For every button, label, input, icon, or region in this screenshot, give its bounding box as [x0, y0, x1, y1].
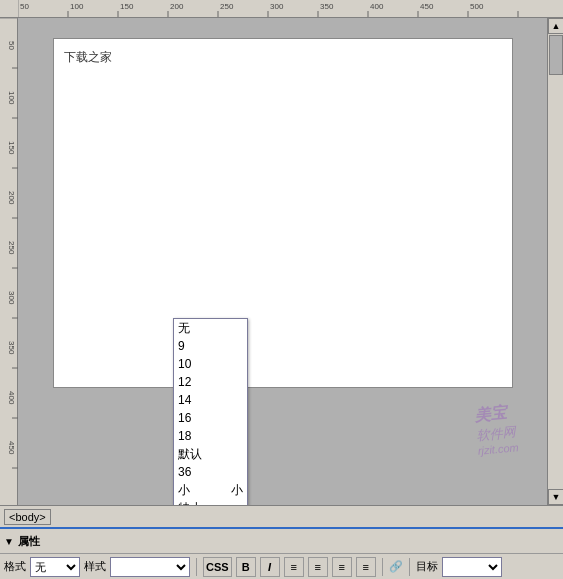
- properties-label: 属性: [18, 534, 40, 549]
- dropdown-item-none[interactable]: 无: [174, 319, 247, 337]
- style-label: 样式: [84, 559, 106, 574]
- scroll-down-btn[interactable]: ▼: [548, 489, 563, 505]
- dropdown-item-18[interactable]: 18: [174, 427, 247, 445]
- sep3: [409, 558, 410, 576]
- sep1: [196, 558, 197, 576]
- dropdown-item-vsmall[interactable]: 特小: [174, 499, 247, 505]
- right-scrollbar[interactable]: ▲ ▼: [547, 18, 563, 505]
- properties-bar: ▼ 属性: [0, 527, 563, 553]
- dropdown-item-9[interactable]: 9: [174, 337, 247, 355]
- svg-text:150: 150: [120, 2, 134, 11]
- dropdown-item-small1[interactable]: 小小: [174, 481, 247, 499]
- svg-text:50: 50: [20, 2, 29, 11]
- toolbar-row1: 格式 无 样式 CSS B I ≡ ≡ ≡ ≡ 🔗 目标: [0, 553, 563, 579]
- page-area: 下载之家: [53, 38, 513, 388]
- dropdown-item-16[interactable]: 16: [174, 409, 247, 427]
- svg-text:300: 300: [7, 291, 16, 305]
- css-button[interactable]: CSS: [203, 557, 232, 577]
- svg-text:100: 100: [7, 91, 16, 105]
- svg-text:100: 100: [70, 2, 84, 11]
- svg-text:450: 450: [7, 441, 16, 455]
- link-icon: 🔗: [389, 560, 403, 573]
- svg-text:250: 250: [7, 241, 16, 255]
- page-text: 下载之家: [64, 50, 112, 64]
- format-select[interactable]: 无: [30, 557, 80, 577]
- svg-text:300: 300: [270, 2, 284, 11]
- align-left-button[interactable]: ≡: [284, 557, 304, 577]
- dropdown-item-14[interactable]: 14: [174, 391, 247, 409]
- svg-text:250: 250: [220, 2, 234, 11]
- dropdown-item-default[interactable]: 默认: [174, 445, 247, 463]
- svg-text:150: 150: [7, 141, 16, 155]
- svg-text:400: 400: [7, 391, 16, 405]
- svg-text:450: 450: [420, 2, 434, 11]
- italic-button[interactable]: I: [260, 557, 280, 577]
- editor-canvas[interactable]: 下载之家 无 9 10 12 14 16 18 默认 36 小小 特小 小 中大…: [18, 18, 547, 505]
- style-select[interactable]: [110, 557, 190, 577]
- scroll-up-btn[interactable]: ▲: [548, 18, 563, 34]
- svg-text:200: 200: [170, 2, 184, 11]
- align-center-button[interactable]: ≡: [308, 557, 328, 577]
- align-justify-button[interactable]: ≡: [356, 557, 376, 577]
- dropdown-item-12[interactable]: 12: [174, 373, 247, 391]
- target-select[interactable]: [442, 557, 502, 577]
- watermark: 美宝 软件网 rjzit.com: [474, 402, 519, 456]
- status-tag: <body>: [4, 509, 51, 525]
- dropdown-item-36[interactable]: 36: [174, 463, 247, 481]
- left-ruler: 50 100 150 200 250 300 350 400 450: [0, 18, 18, 505]
- svg-text:200: 200: [7, 191, 16, 205]
- svg-text:400: 400: [370, 2, 384, 11]
- target-label: 目标: [416, 559, 438, 574]
- sep2: [382, 558, 383, 576]
- top-ruler: 50 100 150 200 250 300 350 400 450 500: [0, 0, 563, 18]
- bold-button[interactable]: B: [236, 557, 256, 577]
- svg-text:500: 500: [470, 2, 484, 11]
- scroll-track[interactable]: [548, 34, 563, 489]
- scroll-thumb[interactable]: [549, 35, 563, 75]
- align-right-button[interactable]: ≡: [332, 557, 352, 577]
- svg-text:350: 350: [320, 2, 334, 11]
- svg-text:350: 350: [7, 341, 16, 355]
- svg-text:50: 50: [7, 41, 16, 50]
- format-label: 格式: [4, 559, 26, 574]
- status-bar: <body>: [0, 505, 563, 527]
- dropdown-item-10[interactable]: 10: [174, 355, 247, 373]
- font-size-dropdown[interactable]: 无 9 10 12 14 16 18 默认 36 小小 特小 小 中大 一大大 …: [173, 318, 248, 505]
